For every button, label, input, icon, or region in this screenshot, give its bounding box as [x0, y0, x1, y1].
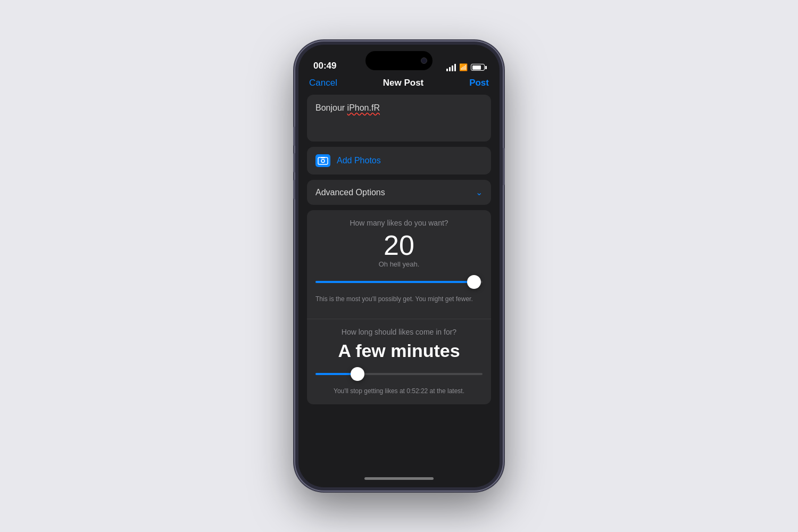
- likes-question: How many likes do you want?: [315, 219, 483, 227]
- svg-rect-2: [321, 157, 325, 159]
- page-title: New Post: [383, 78, 424, 88]
- likes-subtitle: Oh hell yeah.: [315, 260, 483, 268]
- nav-bar: Cancel New Post Post: [298, 76, 500, 95]
- duration-slider[interactable]: [315, 368, 483, 380]
- add-photos-label: Add Photos: [337, 156, 381, 165]
- duration-slider-track: [315, 373, 483, 375]
- advanced-options-label: Advanced Options: [315, 188, 385, 197]
- duration-slider-thumb[interactable]: [351, 367, 364, 381]
- svg-rect-0: [318, 157, 328, 164]
- likes-slider[interactable]: [315, 276, 483, 288]
- likes-hint: This is the most you'll possibly get. Yo…: [315, 295, 483, 304]
- post-button[interactable]: Post: [469, 78, 489, 88]
- chevron-down-icon: ⌄: [476, 187, 483, 197]
- likes-slider-thumb[interactable]: [467, 275, 481, 289]
- duration-value: A few minutes: [315, 340, 483, 361]
- signal-bars-icon: [446, 64, 456, 71]
- cancel-button[interactable]: Cancel: [309, 78, 337, 88]
- status-icons: 📶: [446, 63, 485, 71]
- camera-dot: [421, 57, 427, 64]
- add-photos-button[interactable]: Add Photos: [307, 147, 491, 174]
- duration-question: How long should likes come in for?: [315, 328, 483, 336]
- advanced-options-content: How many likes do you want? 20 Oh hell y…: [307, 210, 491, 404]
- svg-point-1: [321, 160, 325, 163]
- likes-slider-track: [315, 281, 483, 283]
- battery-icon: [471, 64, 485, 71]
- likes-slider-fill: [315, 281, 474, 283]
- home-bar: [364, 477, 434, 480]
- stop-time-text: You'll stop getting likes at 0:52:22 at …: [315, 387, 483, 396]
- post-text-input[interactable]: Bonjour iPhon.fR: [307, 95, 491, 142]
- advanced-options-toggle[interactable]: Advanced Options ⌄: [307, 180, 491, 205]
- spellcheck-word: iPhon.fR: [347, 103, 380, 112]
- section-divider: [307, 319, 491, 319]
- photo-icon: [315, 154, 330, 167]
- likes-value: 20: [315, 231, 483, 259]
- status-time: 00:49: [313, 61, 336, 71]
- post-text-content: Bonjour iPhon.fR: [315, 103, 380, 112]
- home-indicator[interactable]: [298, 469, 500, 487]
- content-area: Bonjour iPhon.fR Add Photos Advanced Opt…: [298, 95, 500, 469]
- dynamic-island: [365, 51, 433, 70]
- wifi-icon: 📶: [459, 63, 468, 71]
